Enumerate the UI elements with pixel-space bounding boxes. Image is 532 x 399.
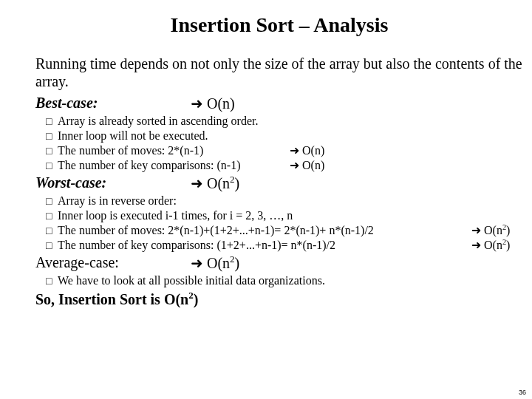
box-icon: □ bbox=[46, 225, 58, 238]
bullet-text: We have to look at all possible initial … bbox=[58, 273, 471, 288]
arrow-icon: ➜ bbox=[471, 224, 481, 236]
bullet-row: □ The number of moves: 2*(n-1) ➜ O(n) bbox=[46, 143, 523, 158]
best-case-label: Best-case: bbox=[35, 95, 191, 112]
box-icon: □ bbox=[46, 160, 58, 173]
bullet-row: □ Array is already sorted in ascending o… bbox=[46, 114, 523, 129]
box-icon: □ bbox=[46, 115, 58, 129]
arrow-icon: ➜ bbox=[191, 255, 203, 271]
box-icon: □ bbox=[46, 275, 58, 288]
box-icon: □ bbox=[46, 130, 58, 143]
worst-case-complexity: ➜ O(n2) bbox=[191, 174, 239, 192]
best-case-bullets: □ Array is already sorted in ascending o… bbox=[46, 114, 523, 173]
bullet-bigO: O(n) bbox=[302, 159, 324, 171]
bullet-text: The number of key comparisons: (n-1) bbox=[58, 158, 290, 173]
bullet-text: The number of key comparisons: (1+2+...+… bbox=[58, 238, 471, 253]
box-icon: □ bbox=[46, 210, 58, 223]
arrow-icon: ➜ bbox=[191, 175, 203, 191]
bullet-text: The number of moves: 2*(n-1)+(1+2+...+n-… bbox=[58, 223, 471, 238]
bullet-text: Array is in reverse order: bbox=[58, 194, 471, 208]
bullet-complexity: ➜ O(n2) bbox=[471, 223, 510, 238]
page-title: Insertion Sort – Analysis bbox=[35, 13, 523, 37]
bullet-text: Array is already sorted in ascending ord… bbox=[58, 114, 290, 129]
conclusion-prefix: So, Insertion Sort is O(n bbox=[35, 291, 188, 307]
intro-text: Running time depends on not only the siz… bbox=[35, 55, 523, 90]
worst-case-bigO-close: ) bbox=[235, 175, 240, 191]
bullet-bigO: O(n) bbox=[302, 144, 324, 157]
bullet-text: Inner loop is executed i-1 times, for i … bbox=[58, 208, 471, 223]
box-icon: □ bbox=[46, 145, 58, 158]
avg-case-complexity: ➜ O(n2) bbox=[191, 254, 239, 272]
bullet-row: □ Inner loop is executed i-1 times, for … bbox=[46, 208, 523, 223]
bullet-row: □ The number of moves: 2*(n-1)+(1+2+...+… bbox=[46, 223, 523, 238]
best-case-bigO: O(n) bbox=[207, 95, 235, 112]
bullet-row: □ The number of key comparisons: (1+2+..… bbox=[46, 238, 523, 253]
bullet-bigO-close: ) bbox=[506, 239, 510, 251]
bullet-bigO-base: O(n bbox=[484, 224, 502, 236]
worst-case-label: Worst-case: bbox=[35, 174, 191, 192]
bullet-bigO-close: ) bbox=[506, 224, 510, 236]
bullet-row: □ Array is in reverse order: bbox=[46, 194, 523, 208]
best-case-row: Best-case: ➜ O(n) bbox=[35, 95, 523, 112]
worst-case-bullets: □ Array is in reverse order: □ Inner loo… bbox=[46, 194, 523, 253]
page-number: 36 bbox=[519, 389, 526, 396]
bullet-row: □ Inner loop will not be executed. bbox=[46, 129, 523, 143]
avg-case-bigO-base: O(n bbox=[207, 255, 230, 271]
bullet-complexity: ➜ O(n2) bbox=[471, 238, 510, 253]
box-icon: □ bbox=[46, 239, 58, 253]
arrow-icon: ➜ bbox=[290, 159, 299, 171]
conclusion-close: ) bbox=[194, 291, 199, 307]
bullet-complexity: ➜ O(n) bbox=[290, 143, 324, 158]
arrow-icon: ➜ bbox=[191, 95, 203, 112]
bullet-text: The number of moves: 2*(n-1) bbox=[58, 143, 290, 158]
bullet-bigO-base: O(n bbox=[484, 239, 502, 251]
best-case-complexity: ➜ O(n) bbox=[191, 95, 235, 112]
conclusion: So, Insertion Sort is O(n2) bbox=[35, 291, 523, 308]
arrow-icon: ➜ bbox=[290, 144, 299, 157]
avg-case-bigO-close: ) bbox=[235, 255, 240, 271]
worst-case-row: Worst-case: ➜ O(n2) bbox=[35, 174, 523, 192]
bullet-text: Inner loop will not be executed. bbox=[58, 129, 290, 143]
box-icon: □ bbox=[46, 195, 58, 208]
arrow-icon: ➜ bbox=[471, 239, 481, 251]
avg-case-row: Average-case: ➜ O(n2) bbox=[35, 254, 523, 272]
avg-case-bullets: □ We have to look at all possible initia… bbox=[46, 273, 523, 288]
bullet-row: □ The number of key comparisons: (n-1) ➜… bbox=[46, 158, 523, 173]
bullet-complexity: ➜ O(n) bbox=[290, 158, 324, 173]
bullet-row: □ We have to look at all possible initia… bbox=[46, 273, 523, 288]
worst-case-bigO-base: O(n bbox=[207, 175, 230, 191]
avg-case-label: Average-case: bbox=[35, 254, 191, 272]
